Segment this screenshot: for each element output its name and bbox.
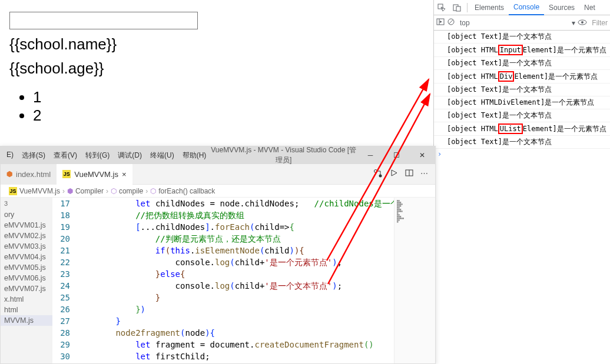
svg-line-17 xyxy=(328,94,430,284)
annotation-arrows xyxy=(0,0,610,364)
svg-line-16 xyxy=(327,79,429,261)
